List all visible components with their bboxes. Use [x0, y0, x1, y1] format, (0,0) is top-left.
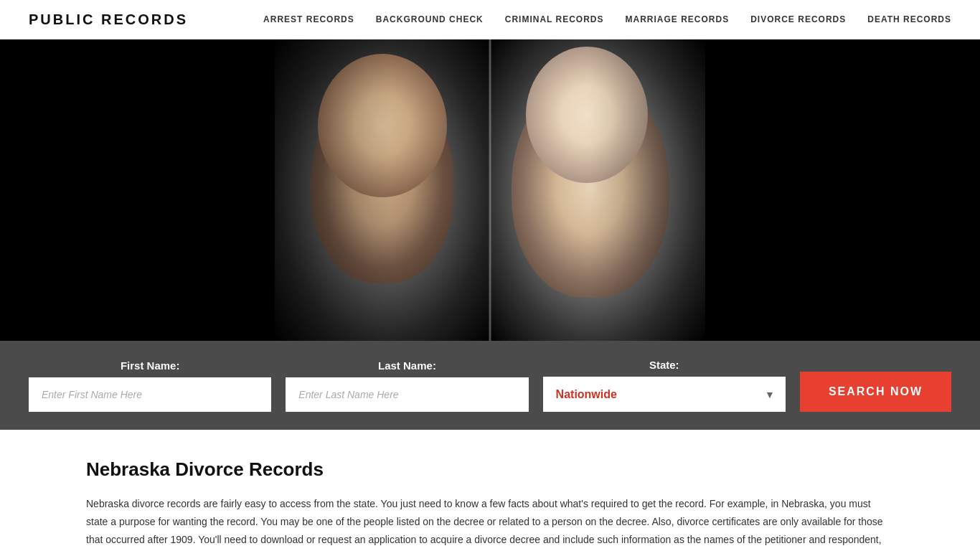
main-nav: ARREST RECORDS BACKGROUND CHECK CRIMINAL… — [263, 14, 951, 24]
state-select-wrapper: NationwideAlabamaAlaskaArizonaArkansasCa… — [543, 377, 786, 412]
nav-divorce-records[interactable]: DIVORCE RECORDS — [750, 14, 846, 24]
nav-background-check[interactable]: BACKGROUND CHECK — [376, 14, 484, 24]
header: PUBLIC RECORDS ARREST RECORDS BACKGROUND… — [0, 0, 980, 39]
state-group: State: NationwideAlabamaAlaskaArizonaArk… — [543, 359, 786, 412]
last-name-input[interactable] — [286, 377, 528, 412]
first-name-label: First Name: — [29, 359, 271, 372]
content-section: Nebraska Divorce Records Nebraska divorc… — [0, 430, 980, 551]
hero-overlay-left — [0, 39, 392, 341]
hero-overlay-right — [588, 39, 980, 341]
nav-death-records[interactable]: DEATH RECORDS — [867, 14, 951, 24]
state-label: State: — [543, 359, 786, 371]
nav-arrest-records[interactable]: ARREST RECORDS — [263, 14, 354, 24]
search-section: First Name: Last Name: State: Nationwide… — [0, 341, 980, 430]
first-name-group: First Name: — [29, 359, 271, 412]
hero-divider — [489, 39, 491, 341]
first-name-input[interactable] — [29, 377, 271, 412]
last-name-group: Last Name: — [286, 359, 528, 412]
search-now-button[interactable]: SEARCH NOW — [800, 372, 951, 412]
site-logo[interactable]: PUBLIC RECORDS — [29, 11, 188, 28]
nav-marriage-records[interactable]: MARRIAGE RECORDS — [626, 14, 730, 24]
content-title: Nebraska Divorce Records — [86, 458, 894, 481]
last-name-label: Last Name: — [286, 359, 528, 372]
content-body: Nebraska divorce records are fairly easy… — [86, 495, 894, 551]
nav-criminal-records[interactable]: CRIMINAL RECORDS — [505, 14, 604, 24]
hero-section — [0, 39, 980, 341]
state-select[interactable]: NationwideAlabamaAlaskaArizonaArkansasCa… — [543, 377, 786, 412]
